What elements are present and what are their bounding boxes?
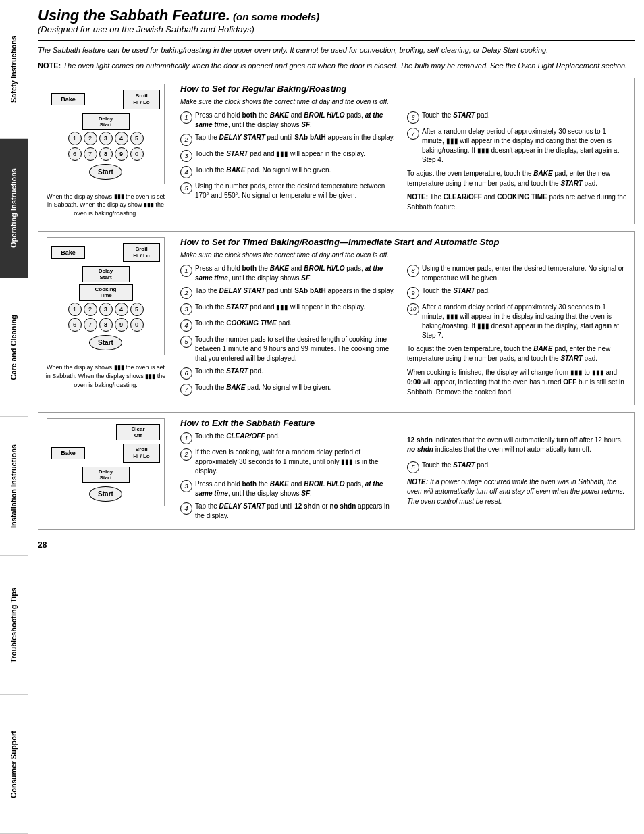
sidebar-label-consumer: Consumer Support <box>9 731 18 798</box>
oven-broil-btn-3: BroilHi / Lo <box>123 444 160 463</box>
oven-clear-btn-3: ClearOff <box>116 424 160 440</box>
step-1-5: 5 Using the number pads, enter the desir… <box>180 182 400 201</box>
sidebar-label-care: Care and Cleaning <box>9 315 18 380</box>
title-suffix: (on some models) <box>230 11 320 22</box>
oven-num-row1-2: 1 2 3 4 5 <box>51 303 160 316</box>
section2-heading: How to Set for Timed Baking/Roasting—Imm… <box>180 237 627 247</box>
oven-broil-btn-2: BroilHi / Lo <box>123 243 160 263</box>
section1-caps-note: NOTE: The CLEAR/OFF and COOKING TIME pad… <box>407 192 627 212</box>
section1-steps-right: 6 Touch the START pad. 7 After a random … <box>407 111 627 212</box>
step-1-7: 7 After a random delay period of approxi… <box>407 127 627 165</box>
sidebar-label-troubleshooting: Troubleshooting Tips <box>9 588 18 663</box>
section2-right: How to Set for Timed Baking/Roasting—Imm… <box>173 232 634 405</box>
oven-start-btn-3: Start <box>89 486 122 502</box>
oven-delay-btn-1: DelayStart <box>82 113 130 130</box>
section3-right: How to Exit the Sabbath Feature 1 Touch … <box>173 413 634 529</box>
section2-intro: Make sure the clock shows the correct ti… <box>180 251 627 260</box>
page-title: Using the Sabbath Feature. (on some mode… <box>38 7 319 24</box>
oven-num-row2-2: 6 7 8 9 0 <box>51 318 160 332</box>
step-2-7: 7 Touch the BAKE pad. No signal will be … <box>180 383 400 396</box>
step-2-1: 1 Press and hold both the BAKE and BROIL… <box>180 264 400 283</box>
step-3-5: 5 Touch the START pad. <box>407 461 627 473</box>
oven-caption-2: When the display shows ▮▮▮ the oven is s… <box>44 363 167 389</box>
oven-diagram-2: Bake BroilHi / Lo DelayStart CookingTime… <box>47 237 165 356</box>
oven-caption-1: When the display shows ▮▮▮ the oven is s… <box>44 192 167 218</box>
sidebar-item-operating: Operating Instructions <box>0 139 28 278</box>
note-text: NOTE: The oven light comes on automatica… <box>38 60 635 72</box>
section1-intro: Make sure the clock shows the correct ti… <box>180 97 627 107</box>
step-2-6: 6 Touch the START pad. <box>180 367 400 380</box>
sidebar-item-safety: Safety Instructions <box>0 0 28 139</box>
sidebar-item-troubleshooting: Troubleshooting Tips <box>0 556 28 695</box>
step-3-2: 2 If the oven is cooking, wait for a ran… <box>180 448 400 476</box>
sidebar-item-consumer: Consumer Support <box>0 695 28 834</box>
section2-when-done-note: When cooking is finished, the display wi… <box>407 368 627 398</box>
oven-diagram-1: Bake BroilHi / Lo DelayStart 1 2 3 4 5 6… <box>47 84 165 184</box>
section3-steps-left: 1 Touch the CLEAR/OFF pad. 2 If the oven… <box>180 432 400 524</box>
oven-cooking-btn-2: CookingTime <box>79 284 133 301</box>
section2-steps-right: 8 Using the number pads, enter the desir… <box>407 264 627 399</box>
section3-steps-right: 12 shdn indicates that the oven will aut… <box>407 432 627 524</box>
oven-num-row2-1: 6 7 8 9 0 <box>51 147 160 161</box>
top-divider <box>38 40 635 41</box>
section3-steps-cols: 1 Touch the CLEAR/OFF pad. 2 If the oven… <box>180 432 627 524</box>
step-2-8: 8 Using the number pads, enter the desir… <box>407 264 627 283</box>
section1-right: How to Set for Regular Baking/Roasting M… <box>173 78 634 224</box>
step-2-5: 5 Touch the number pads to set the desir… <box>180 335 400 363</box>
oven-bake-btn-1: Bake <box>51 93 85 105</box>
oven-broil-btn-1: BroilHi / Lo <box>123 90 160 109</box>
step-2-10: 10 After a random delay period of approx… <box>407 303 627 340</box>
step-2-2: 2 Tap the DELAY START pad until SAb bAtH… <box>180 286 400 299</box>
sidebar: Safety Instructions Operating Instructio… <box>0 0 28 834</box>
step-3-1: 1 Touch the CLEAR/OFF pad. <box>180 432 400 444</box>
step-1-2: 2 Tap the DELAY START pad until SAb bAtH… <box>180 133 400 146</box>
sidebar-label-operating: Operating Instructions <box>9 168 18 248</box>
oven-num-row1-1: 1 2 3 4 5 <box>51 132 160 145</box>
oven-bake-btn-2: Bake <box>51 246 85 259</box>
oven-bake-btn-3: Bake <box>51 447 85 459</box>
step-1-3: 3 Touch the START pad and ▮▮▮ will appea… <box>180 149 400 162</box>
oven-delay-btn-2: DelayStart <box>82 266 130 282</box>
section2-block: Bake BroilHi / Lo DelayStart CookingTime… <box>38 231 635 405</box>
step-3-4: 4 Tap the DELAY START pad until 12 shdn … <box>180 502 400 521</box>
page-subtitle: (Designed for use on the Jewish Sabbath … <box>38 24 635 34</box>
section1-heading: How to Set for Regular Baking/Roasting <box>180 84 627 94</box>
step-1-1: 1 Press and hold both the BAKE and BROIL… <box>180 111 400 130</box>
page-number: 28 <box>38 537 635 550</box>
step-1-6: 6 Touch the START pad. <box>407 111 627 124</box>
sidebar-label-safety: Safety Instructions <box>9 36 18 103</box>
oven-start-btn-2: Start <box>89 335 122 350</box>
step-2-3: 3 Touch the START pad and ▮▮▮ will appea… <box>180 303 400 315</box>
section1-block: Bake BroilHi / Lo DelayStart 1 2 3 4 5 6… <box>38 78 635 224</box>
oven-start-btn-1: Start <box>89 164 122 180</box>
section3-12shdn-note: 12 shdn indicates that the oven will aut… <box>407 436 627 455</box>
section3-heading: How to Exit the Sabbath Feature <box>180 418 627 428</box>
sidebar-item-installation: Installation Instructions <box>0 417 28 556</box>
section2-adjust-note: To adjust the oven temperature, touch th… <box>407 344 627 364</box>
step-2-9: 9 Touch the START pad. <box>407 286 627 299</box>
section1-steps-left: 1 Press and hold both the BAKE and BROIL… <box>180 111 400 212</box>
section1-steps-cols: 1 Press and hold both the BAKE and BROIL… <box>180 111 627 212</box>
step-2-4: 4 Touch the COOKING TIME pad. <box>180 319 400 332</box>
section3-block: ClearOff Bake BroilHi / Lo DelayStart St… <box>38 412 635 530</box>
intro-text: The Sabbath feature can be used for baki… <box>38 45 635 56</box>
main-content: Using the Sabbath Feature. (on some mode… <box>28 0 644 834</box>
page-title-block: Using the Sabbath Feature. (on some mode… <box>38 7 635 34</box>
step-3-3: 3 Press and hold both the BAKE and BROIL… <box>180 479 400 498</box>
sidebar-item-care: Care and Cleaning <box>0 278 28 417</box>
sidebar-label-installation: Installation Instructions <box>9 444 18 528</box>
step-1-4: 4 Touch the BAKE pad. No signal will be … <box>180 165 400 178</box>
section2-steps-left: 1 Press and hold both the BAKE and BROIL… <box>180 264 400 399</box>
section3-left: ClearOff Bake BroilHi / Lo DelayStart St… <box>38 413 173 529</box>
title-main: Using the Sabbath Feature. <box>38 7 230 24</box>
section2-steps-cols: 1 Press and hold both the BAKE and BROIL… <box>180 264 627 399</box>
section1-adjust-note: To adjust the oven temperature, touch th… <box>407 169 627 188</box>
section2-left: Bake BroilHi / Lo DelayStart CookingTime… <box>38 232 173 405</box>
oven-delay-btn-3: DelayStart <box>82 467 130 483</box>
oven-diagram-3: ClearOff Bake BroilHi / Lo DelayStart St… <box>47 418 165 507</box>
section1-left: Bake BroilHi / Lo DelayStart 1 2 3 4 5 6… <box>38 78 173 224</box>
section3-power-note: NOTE: If a power outage occurred while t… <box>407 477 627 507</box>
